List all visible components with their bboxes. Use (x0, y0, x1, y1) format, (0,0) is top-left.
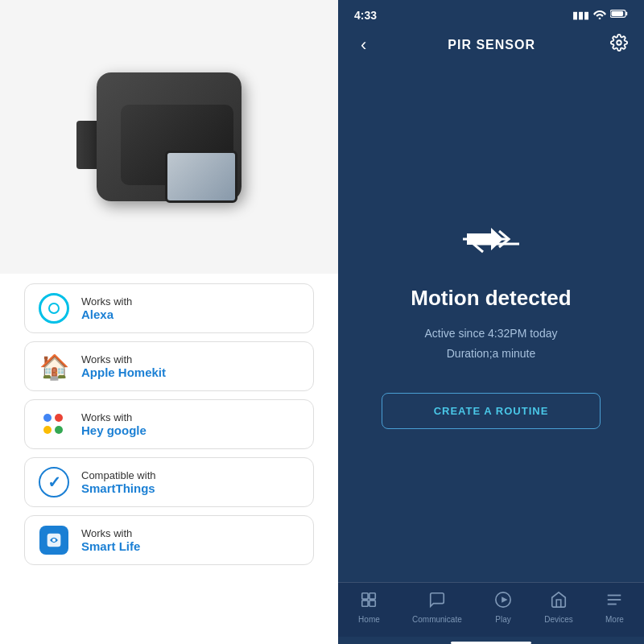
smartthings-icon: ✓ (38, 466, 70, 498)
svg-rect-12 (362, 601, 368, 606)
motion-details: Active since 4:32PM today Duration;a min… (425, 324, 558, 364)
alexa-text: Works with Alexa (81, 295, 132, 321)
more-nav-label: More (605, 615, 624, 624)
communicate-nav-icon (428, 591, 446, 613)
homekit-icon: 🏠 (38, 350, 70, 382)
bottom-nav-more[interactable]: More (605, 591, 624, 624)
google-icon (38, 408, 70, 440)
smartthings-text: Compatible with SmartThings (81, 469, 156, 495)
bottom-nav: Home Communicate Play (338, 582, 644, 637)
smartthings-works-label: Compatible with (81, 469, 156, 481)
battery-icon (610, 9, 628, 21)
svg-point-2 (599, 18, 601, 19)
alexa-icon (38, 292, 70, 324)
bottom-nav-communicate[interactable]: Communicate (412, 591, 462, 624)
compat-item-smartlife[interactable]: Works with Smart Life (24, 515, 314, 565)
device-image (0, 0, 338, 274)
page-title: PIR SENSOR (448, 38, 535, 52)
create-routine-button[interactable]: CREATE A ROUTINE (382, 393, 601, 429)
bottom-nav-devices[interactable]: Devices (544, 591, 573, 624)
more-nav-icon (605, 591, 623, 613)
communicate-nav-label: Communicate (412, 615, 462, 624)
status-bar: 4:33 ▮▮▮ (338, 0, 644, 27)
homekit-brand-label: Apple Homekit (81, 365, 166, 379)
svg-rect-4 (625, 12, 627, 15)
compat-item-google[interactable]: Works with Hey google (24, 399, 314, 449)
smartlife-text: Works with Smart Life (81, 527, 140, 553)
pir-sensor-image (89, 56, 250, 217)
transfer-arrows-icon (459, 221, 523, 265)
top-nav: ‹ PIR SENSOR (338, 27, 644, 68)
alexa-brand-label: Alexa (81, 308, 132, 321)
google-text: Works with Hey google (81, 411, 147, 437)
svg-rect-13 (369, 601, 375, 606)
homekit-text: Works with Apple Homekit (81, 353, 166, 379)
play-nav-icon (494, 591, 512, 613)
svg-marker-15 (502, 597, 507, 602)
status-time: 4:33 (354, 9, 377, 22)
status-icons: ▮▮▮ (572, 8, 628, 22)
compat-item-alexa[interactable]: Works with Alexa (24, 283, 314, 333)
compatibility-list: Works with Alexa 🏠 Works with Apple Home… (0, 274, 338, 575)
svg-point-6 (617, 40, 621, 45)
svg-rect-11 (369, 593, 375, 599)
left-panel: Works with Alexa 🏠 Works with Apple Home… (0, 0, 338, 644)
smartthings-brand-label: SmartThings (81, 481, 156, 495)
wifi-icon (593, 8, 606, 22)
svg-rect-10 (362, 593, 368, 599)
play-nav-label: Play (495, 615, 510, 624)
signal-icon: ▮▮▮ (572, 10, 589, 21)
alexa-works-label: Works with (81, 295, 132, 308)
active-since-text: Active since 4:32PM today (425, 324, 558, 344)
devices-nav-icon (550, 591, 568, 613)
home-nav-icon (360, 591, 378, 613)
motion-content: Motion detected Active since 4:32PM toda… (338, 68, 644, 582)
bottom-nav-home[interactable]: Home (358, 591, 380, 624)
bottom-nav-play[interactable]: Play (494, 591, 512, 624)
smartlife-works-label: Works with (81, 527, 140, 539)
compat-item-smartthings[interactable]: ✓ Compatible with SmartThings (24, 457, 314, 507)
duration-text: Duration;a minute (425, 344, 558, 364)
right-panel: 4:33 ▮▮▮ ‹ PIR SENSOR (338, 0, 644, 644)
home-nav-label: Home (358, 615, 380, 624)
devices-nav-label: Devices (544, 615, 573, 624)
smartlife-icon (38, 524, 70, 556)
google-works-label: Works with (81, 411, 147, 423)
motion-title: Motion detected (411, 286, 571, 311)
settings-button[interactable] (610, 34, 628, 56)
homekit-works-label: Works with (81, 353, 166, 365)
back-button[interactable]: ‹ (354, 31, 373, 59)
google-brand-label: Hey google (81, 423, 147, 437)
compat-item-homekit[interactable]: 🏠 Works with Apple Homekit (24, 341, 314, 391)
svg-rect-5 (611, 11, 623, 16)
smartlife-brand-label: Smart Life (81, 539, 140, 553)
svg-point-1 (52, 539, 56, 542)
